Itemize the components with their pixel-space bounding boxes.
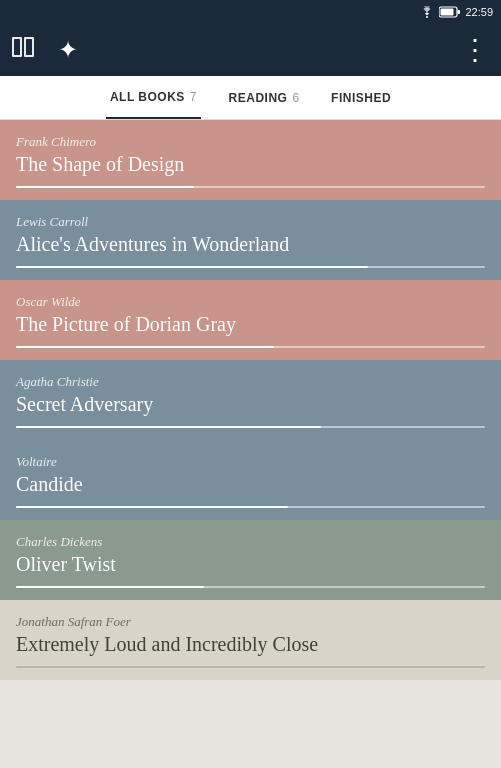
book-author: Charles Dickens — [16, 534, 485, 550]
book-progress-bar — [16, 586, 204, 588]
library-icon[interactable] — [12, 37, 40, 63]
list-item[interactable]: Lewis Carroll Alice's Adventures in Wond… — [0, 200, 501, 280]
tab-all-books[interactable]: ALL BOOKS 7 — [106, 76, 201, 119]
book-title: The Shape of Design — [16, 153, 485, 176]
tab-reading-count: 6 — [292, 91, 299, 105]
svg-rect-3 — [458, 10, 461, 14]
book-progress-bar — [16, 186, 194, 188]
book-progress-bar — [16, 426, 321, 428]
battery-icon — [439, 6, 461, 18]
book-title: Extremely Loud and Incredibly Close — [16, 633, 485, 656]
book-author: Frank Chimero — [16, 134, 485, 150]
book-progress-bar — [16, 266, 368, 268]
book-title: Oliver Twist — [16, 553, 485, 576]
book-title: The Picture of Dorian Gray — [16, 313, 485, 336]
more-menu-button[interactable]: ⋮ — [461, 36, 489, 64]
book-progress-bar — [16, 346, 274, 348]
tab-finished[interactable]: FINISHED — [327, 76, 395, 119]
book-author: Lewis Carroll — [16, 214, 485, 230]
book-title: Secret Adversary — [16, 393, 485, 416]
svg-rect-2 — [441, 9, 454, 16]
list-item[interactable]: Jonathan Safran Foer Extremely Loud and … — [0, 600, 501, 680]
list-item[interactable]: Agatha Christie Secret Adversary — [0, 360, 501, 440]
list-item[interactable]: Voltaire Candide — [0, 440, 501, 520]
book-progress-bar — [16, 506, 288, 508]
book-progress-track — [16, 586, 485, 588]
star-button[interactable]: ✦ — [58, 36, 78, 64]
book-progress-track — [16, 426, 485, 428]
tab-reading-label: READING — [229, 91, 288, 105]
list-item[interactable]: Charles Dickens Oliver Twist — [0, 520, 501, 600]
svg-rect-7 — [26, 39, 32, 55]
list-item[interactable]: Oscar Wilde The Picture of Dorian Gray — [0, 280, 501, 360]
book-progress-track — [16, 506, 485, 508]
book-progress-track — [16, 266, 485, 268]
tab-reading[interactable]: READING 6 — [225, 76, 304, 119]
nav-left: ✦ — [12, 36, 78, 64]
tab-finished-label: FINISHED — [331, 91, 391, 105]
book-list: Frank Chimero The Shape of Design Lewis … — [0, 120, 501, 680]
book-author: Agatha Christie — [16, 374, 485, 390]
svg-rect-6 — [14, 39, 20, 55]
book-title: Candide — [16, 473, 485, 496]
book-author: Voltaire — [16, 454, 485, 470]
tab-all-books-label: ALL BOOKS — [110, 90, 185, 104]
status-icons: 22:59 — [419, 6, 493, 18]
wifi-icon — [419, 6, 435, 18]
book-title: Alice's Adventures in Wonderland — [16, 233, 485, 256]
nav-bar: ✦ ⋮ — [0, 24, 501, 76]
tab-bar: ALL BOOKS 7 READING 6 FINISHED — [0, 76, 501, 120]
book-author: Oscar Wilde — [16, 294, 485, 310]
books-icon — [12, 37, 40, 59]
book-progress-track — [16, 666, 485, 668]
book-progress-track — [16, 346, 485, 348]
book-author: Jonathan Safran Foer — [16, 614, 485, 630]
list-item[interactable]: Frank Chimero The Shape of Design — [0, 120, 501, 200]
book-progress-track — [16, 186, 485, 188]
tab-all-books-count: 7 — [190, 90, 197, 104]
status-bar: 22:59 — [0, 0, 501, 24]
svg-point-0 — [426, 16, 428, 18]
time-display: 22:59 — [465, 6, 493, 18]
